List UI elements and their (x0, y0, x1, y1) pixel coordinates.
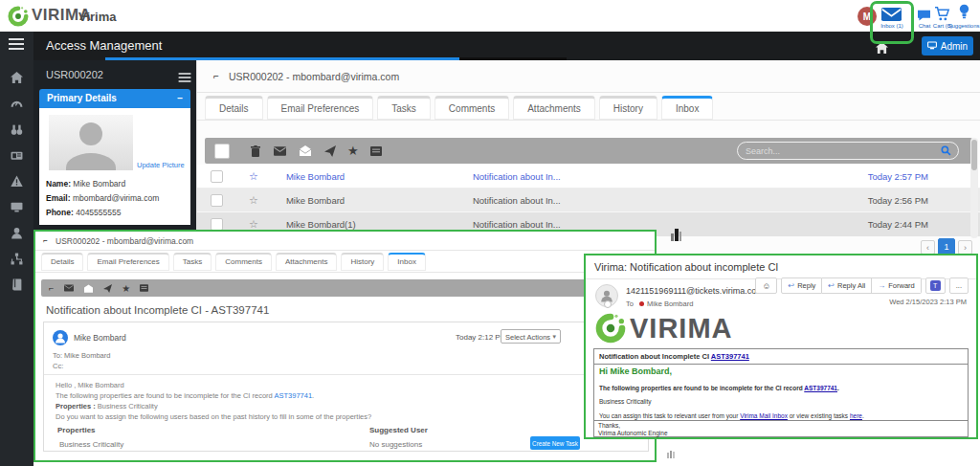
tab-email-preferences[interactable]: Email Preferences (267, 96, 374, 120)
scrollbar-thumb[interactable] (971, 140, 977, 170)
app-name: Virima (78, 10, 117, 24)
archive-icon[interactable] (140, 284, 148, 292)
reply-icon: ↩ (788, 281, 794, 290)
email-time: Today 2:12 PM (456, 333, 506, 342)
name-label: Name: (46, 179, 71, 189)
smiley-button[interactable]: ☺ (755, 277, 777, 294)
menu-hamburger-icon[interactable] (9, 38, 24, 50)
primary-details-card: Update Picture Name: Mike Bombard Email:… (39, 108, 190, 225)
email-greeting: Hello , Mike Bombard (56, 381, 124, 389)
star-icon[interactable]: ★ (347, 144, 359, 158)
reply-all-label: Reply All (837, 281, 865, 290)
tab-details[interactable]: Details (205, 96, 263, 120)
virima-mail-inbox-link[interactable]: Virima Mail Inbox (740, 412, 788, 419)
ci-record-link[interactable]: AST397741 (804, 385, 837, 391)
ci-record-link[interactable]: AST397741 (274, 391, 312, 400)
mail-subject: Notification about In... (473, 171, 731, 182)
sidebar-network-icon[interactable] (11, 253, 23, 265)
mail-row[interactable]: ☆ Mike Bombard Notification about In... … (197, 189, 980, 212)
star-outline-icon[interactable]: ☆ (249, 194, 258, 207)
tab-inbox[interactable]: Inbox (661, 96, 713, 120)
tab-attachments[interactable]: Attachments (276, 253, 337, 271)
collapse-arrow-icon[interactable]: ⌐ (43, 236, 48, 245)
name-line: Name: Mike Bombard (46, 179, 125, 189)
tab-history[interactable]: History (341, 253, 384, 271)
inbox-panel-tabs: Details Email Preferences Tasks Comments… (41, 253, 426, 271)
reply-button[interactable]: ↩Reply (781, 277, 822, 294)
email-card: Mike Bombard Today 2:12 PM Select Action… (43, 322, 649, 452)
mail-toolbar: ★ (205, 138, 972, 164)
assign-mid-text: or view existing tasks (788, 412, 850, 419)
email-timestamp: Wed 2/15/2023 2:13 PM (889, 298, 967, 306)
sidebar-news-icon[interactable] (11, 149, 23, 162)
tab-inbox[interactable]: Inbox (388, 253, 426, 271)
tab-comments[interactable]: Comments (215, 253, 272, 271)
tab-tasks[interactable]: Tasks (173, 253, 212, 271)
mail-time: Today 2:44 PM (868, 219, 928, 230)
nav-suggestions-label[interactable]: Suggestions (947, 23, 980, 29)
reply-all-button[interactable]: ↩Reply All (822, 277, 872, 294)
star-icon[interactable]: ★ (122, 283, 130, 294)
mail-row[interactable]: ☆ Mike Bombard Notification about In... … (197, 165, 980, 189)
sidebar-devices-icon[interactable] (11, 201, 23, 213)
sidebar-docs-icon[interactable] (11, 278, 23, 291)
tab-comments[interactable]: Comments (434, 96, 509, 120)
sidebar-dashboard-icon[interactable] (11, 98, 23, 110)
pagination-next-button[interactable]: › (958, 240, 972, 255)
row-checkbox[interactable] (211, 194, 223, 207)
sidebar-alerts-icon[interactable] (11, 175, 23, 188)
envelope-open-icon[interactable] (300, 145, 311, 156)
main-tabs: Details Email Preferences Tasks Comments… (205, 96, 713, 120)
admin-button[interactable]: Admin (922, 36, 973, 55)
more-button[interactable]: ... (949, 277, 969, 294)
envelope-open-icon[interactable] (84, 284, 93, 293)
existing-tasks-link[interactable]: here (850, 412, 862, 419)
tab-email-preferences[interactable]: Email Preferences (87, 253, 168, 271)
trash-icon[interactable] (251, 145, 260, 157)
sidebar-discovery-icon[interactable] (11, 123, 23, 136)
ci-record-link[interactable]: AST397741 (711, 352, 749, 361)
outlook-email-panel: Virima: Notification about incomplete CI… (584, 254, 978, 439)
back-arrow-icon[interactable]: ⌐ (49, 283, 54, 293)
email-signature-box: Thanks, Virima Autonomic Engine (593, 420, 969, 437)
from-address: 1421151969111@tickets.virima.com (626, 286, 764, 296)
tab-tasks[interactable]: Tasks (377, 96, 431, 120)
send-icon[interactable] (103, 284, 112, 293)
lightbulb-icon[interactable] (959, 4, 969, 24)
phone-value: 4045555555 (76, 208, 121, 217)
create-new-task-button[interactable]: Create New Task (530, 436, 580, 450)
select-all-checkbox[interactable] (214, 144, 230, 159)
collapse-icon[interactable]: − (177, 89, 183, 108)
update-picture-link[interactable]: Update Picture (137, 161, 185, 169)
collapse-arrow-icon[interactable]: ⌐ (213, 71, 219, 81)
to-recipient[interactable]: Mike Bombard (647, 300, 693, 308)
forward-button[interactable]: →Forward (872, 277, 922, 294)
outlook-email-title: Virima: Notification about incomplete CI (594, 261, 778, 273)
tab-attachments[interactable]: Attachments (513, 96, 595, 120)
table-header-properties: Properties (57, 426, 96, 434)
search-input[interactable] (738, 146, 941, 156)
envelope-icon[interactable] (274, 146, 286, 156)
email-cc-line: Cc: (53, 362, 63, 370)
teams-button[interactable]: T (925, 277, 946, 294)
panel-menu-icon[interactable] (179, 73, 191, 82)
mail-time: Today 2:56 PM (868, 195, 928, 206)
search-icon[interactable] (941, 145, 951, 156)
logo-text: VIRIMA (630, 313, 733, 344)
star-outline-icon[interactable]: ☆ (249, 170, 258, 183)
sidebar-user-icon[interactable] (11, 227, 23, 239)
email-label: Email: (46, 193, 71, 203)
user-record-panel: USR000202 Primary Details − Update Pictu… (33, 60, 196, 233)
table-cell-suggestion: No suggestions (369, 440, 422, 449)
tab-history[interactable]: History (599, 96, 657, 120)
pagination-prev-button[interactable]: ‹ (921, 240, 935, 255)
send-icon[interactable] (324, 145, 336, 157)
tab-details[interactable]: Details (41, 253, 83, 271)
envelope-icon[interactable] (64, 284, 74, 292)
select-actions-dropdown[interactable]: Select Actions ▼ (501, 329, 561, 344)
sidebar-home-icon[interactable] (11, 72, 23, 84)
row-checkbox[interactable] (211, 170, 223, 183)
table-header-suggested-user: Suggested User (369, 426, 428, 434)
archive-icon[interactable] (370, 146, 382, 156)
primary-details-header[interactable]: Primary Details − (39, 89, 190, 108)
